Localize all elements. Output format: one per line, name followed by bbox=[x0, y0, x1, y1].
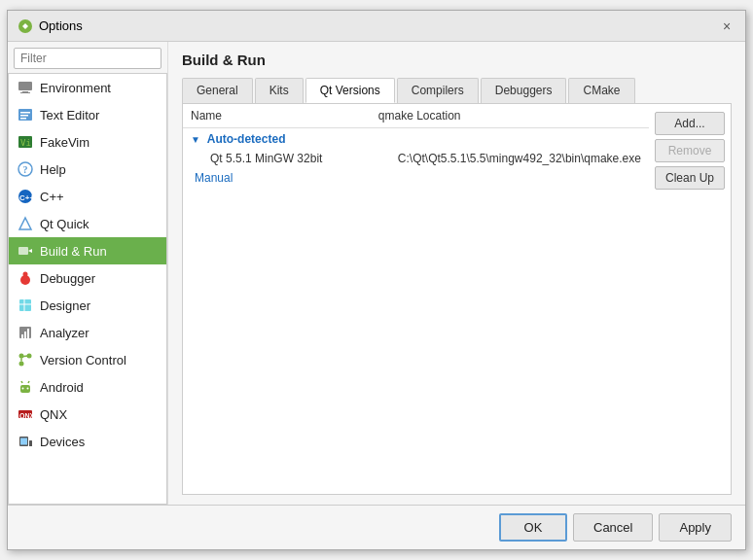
group-auto-detected[interactable]: ▼ Auto-detected bbox=[183, 128, 649, 151]
svg-point-32 bbox=[27, 388, 29, 390]
dialog-title: Options bbox=[39, 18, 83, 33]
sidebar-item-label: Android bbox=[40, 380, 84, 395]
designer-icon bbox=[17, 297, 34, 314]
apply-button[interactable]: Apply bbox=[659, 513, 732, 542]
group-manual[interactable]: Manual bbox=[183, 167, 649, 189]
svg-point-31 bbox=[22, 388, 24, 390]
analyzer-icon bbox=[17, 324, 34, 341]
svg-text:C++: C++ bbox=[19, 193, 33, 202]
svg-marker-14 bbox=[19, 218, 31, 229]
options-dialog: Options × Environment Te bbox=[7, 10, 746, 550]
qt-versions-table: Name qmake Location ▼ Auto-detected bbox=[183, 104, 649, 189]
svg-rect-26 bbox=[27, 329, 29, 338]
android-icon bbox=[17, 378, 34, 396]
svg-rect-20 bbox=[19, 299, 31, 311]
sidebar-item-android[interactable]: Android bbox=[9, 373, 166, 401]
svg-rect-38 bbox=[20, 438, 27, 445]
svg-rect-24 bbox=[21, 334, 23, 338]
sidebar-item-text-editor[interactable]: Text Editor bbox=[9, 101, 166, 128]
svg-rect-15 bbox=[18, 247, 28, 255]
svg-rect-7 bbox=[20, 118, 26, 120]
svg-rect-25 bbox=[24, 332, 26, 338]
sidebar-item-label: Text Editor bbox=[40, 108, 99, 122]
svg-text:Vi: Vi bbox=[20, 138, 31, 148]
qt-versions-panel: Name qmake Location ▼ Auto-detected bbox=[183, 104, 649, 494]
tab-cmake[interactable]: CMake bbox=[568, 78, 634, 103]
tab-qt-versions[interactable]: Qt Versions bbox=[305, 78, 395, 103]
svg-rect-19 bbox=[24, 272, 26, 275]
remove-button[interactable]: Remove bbox=[655, 139, 725, 162]
cancel-button[interactable]: Cancel bbox=[573, 513, 653, 542]
sidebar-item-label: Designer bbox=[40, 298, 90, 313]
svg-line-33 bbox=[21, 381, 22, 383]
svg-text:QNX: QNX bbox=[19, 412, 33, 420]
sidebar-item-label: QNX bbox=[40, 407, 67, 422]
versionctrl-icon bbox=[17, 351, 34, 368]
svg-rect-3 bbox=[20, 92, 30, 93]
sidebar-item-qt-quick[interactable]: Qt Quick bbox=[9, 210, 166, 237]
svg-rect-5 bbox=[20, 112, 30, 114]
sidebar: Environment Text Editor Vi FakeVim bbox=[8, 42, 168, 505]
svg-rect-39 bbox=[29, 440, 32, 446]
svg-marker-16 bbox=[28, 249, 32, 253]
svg-rect-30 bbox=[20, 385, 30, 393]
sidebar-item-label: Qt Quick bbox=[40, 217, 90, 231]
sidebar-list: Environment Text Editor Vi FakeVim bbox=[8, 73, 167, 505]
fakevim-icon: Vi bbox=[17, 133, 34, 151]
dialog-footer: OK Cancel Apply bbox=[8, 505, 745, 549]
monitor-icon bbox=[17, 79, 34, 96]
cleanup-button[interactable]: Clean Up bbox=[655, 166, 725, 190]
title-bar: Options × bbox=[8, 11, 745, 42]
qtquick-icon bbox=[17, 215, 34, 232]
sidebar-item-devices[interactable]: Devices bbox=[9, 428, 166, 455]
title-bar-left: Options bbox=[18, 18, 83, 34]
qnx-icon: QNX bbox=[17, 405, 34, 423]
sidebar-item-label: Version Control bbox=[40, 353, 126, 368]
sidebar-item-cpp[interactable]: C++ C++ bbox=[9, 183, 166, 210]
tab-debuggers[interactable]: Debuggers bbox=[481, 78, 567, 103]
ok-button[interactable]: OK bbox=[499, 513, 567, 542]
sidebar-item-debugger[interactable]: Debugger bbox=[9, 264, 166, 292]
side-buttons: Add... Remove Clean Up bbox=[649, 104, 731, 494]
qt-location: C:\Qt\Qt5.5.1\5.5\mingw492_32\bin\qmake.… bbox=[371, 150, 649, 167]
help-icon: ? bbox=[17, 160, 34, 178]
texteditor-icon bbox=[17, 106, 34, 123]
main-content: Build & Run General Kits Qt Versions Com… bbox=[168, 42, 745, 505]
sidebar-item-label: Build & Run bbox=[40, 244, 107, 259]
sidebar-item-label: Environment bbox=[40, 81, 111, 95]
tab-general[interactable]: General bbox=[182, 78, 253, 103]
sidebar-item-help[interactable]: ? Help bbox=[9, 156, 166, 183]
tab-kits[interactable]: Kits bbox=[255, 78, 304, 103]
svg-text:?: ? bbox=[23, 164, 28, 175]
sidebar-item-label: Devices bbox=[40, 435, 85, 449]
sidebar-item-designer[interactable]: Designer bbox=[9, 292, 166, 319]
table-row[interactable]: Qt 5.5.1 MinGW 32bit C:\Qt\Qt5.5.1\5.5\m… bbox=[183, 150, 649, 167]
group-label: Manual bbox=[195, 171, 233, 185]
sidebar-item-version-control[interactable]: Version Control bbox=[9, 346, 166, 373]
group-label: Auto-detected bbox=[207, 132, 286, 146]
devices-icon bbox=[17, 433, 34, 450]
sidebar-item-label: C++ bbox=[40, 190, 64, 204]
svg-rect-1 bbox=[18, 82, 32, 90]
sidebar-item-analyzer[interactable]: Analyzer bbox=[9, 319, 166, 346]
dialog-body: Environment Text Editor Vi FakeVim bbox=[8, 42, 745, 505]
add-button[interactable]: Add... bbox=[655, 112, 725, 135]
sidebar-item-environment[interactable]: Environment bbox=[9, 74, 166, 101]
cpp-icon: C++ bbox=[17, 188, 34, 205]
debugger-icon bbox=[17, 269, 34, 287]
col-qmake: qmake Location bbox=[371, 104, 649, 128]
expand-arrow-icon: ▼ bbox=[191, 134, 200, 145]
svg-line-34 bbox=[28, 381, 29, 383]
qt-name: Qt 5.5.1 MinGW 32bit bbox=[183, 150, 371, 167]
sidebar-item-fakevim[interactable]: Vi FakeVim bbox=[9, 128, 166, 156]
sidebar-item-build-run[interactable]: Build & Run bbox=[9, 237, 166, 264]
sidebar-item-label: Help bbox=[40, 162, 66, 177]
tab-content-qt-versions: Name qmake Location ▼ Auto-detected bbox=[182, 104, 732, 495]
tab-compilers[interactable]: Compilers bbox=[397, 78, 479, 103]
close-button[interactable]: × bbox=[718, 18, 735, 35]
tabs: General Kits Qt Versions Compilers Debug… bbox=[182, 78, 732, 104]
sidebar-item-label: Analyzer bbox=[40, 326, 90, 340]
sidebar-item-qnx[interactable]: QNX QNX bbox=[9, 401, 166, 428]
sidebar-item-label: Debugger bbox=[40, 271, 95, 286]
filter-input[interactable] bbox=[14, 48, 161, 69]
